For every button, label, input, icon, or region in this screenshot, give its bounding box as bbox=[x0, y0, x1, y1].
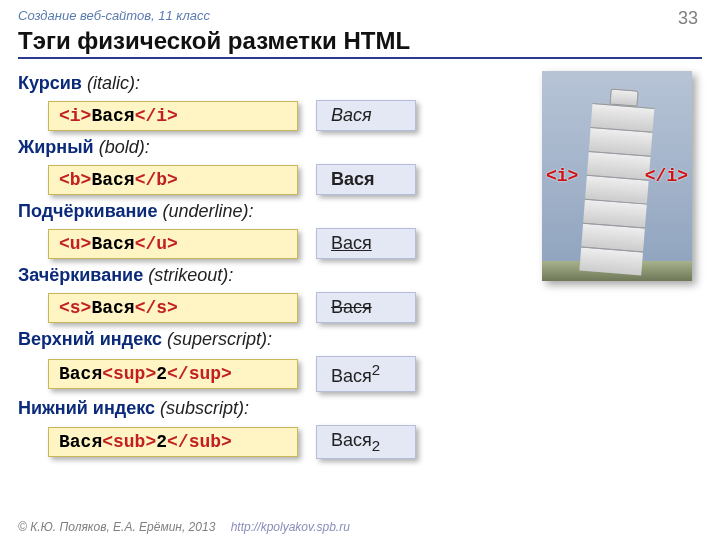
section-label-en: (italic): bbox=[82, 73, 140, 93]
code-close-tag: </b> bbox=[135, 170, 178, 190]
code-open-tag: <sub> bbox=[102, 432, 156, 452]
code-box: <s>Вася</s> bbox=[48, 293, 298, 323]
example-row: <i>Вася</i>Вася bbox=[48, 100, 532, 131]
code-close-tag: </s> bbox=[135, 298, 178, 318]
code-box: <b>Вася</b> bbox=[48, 165, 298, 195]
result-box: Вася2 bbox=[316, 356, 416, 392]
code-open-tag: <s> bbox=[59, 298, 91, 318]
slide: Создание веб-сайтов, 11 класс 33 Тэги фи… bbox=[0, 0, 720, 540]
content: Курсив (italic):<i>Вася</i>ВасяЖирный (b… bbox=[18, 67, 702, 459]
section-label-ru: Зачёркивание bbox=[18, 265, 143, 285]
example-row: <s>Вася</s>Вася bbox=[48, 292, 532, 323]
example-row: Вася<sub>2</sub>Вася2 bbox=[48, 425, 532, 459]
page-number: 33 bbox=[678, 8, 698, 29]
section-label-ru: Курсив bbox=[18, 73, 82, 93]
code-box: <u>Вася</u> bbox=[48, 229, 298, 259]
slide-title: Тэги физической разметки HTML bbox=[18, 27, 702, 59]
image-open-tag: <i> bbox=[546, 166, 578, 186]
image-column: <i> </i> bbox=[532, 67, 702, 459]
section-label: Верхний индекс (superscript): bbox=[18, 329, 532, 350]
result-box: Вася bbox=[316, 164, 416, 195]
section-label: Жирный (bold): bbox=[18, 137, 532, 158]
section-label-en: (superscript): bbox=[162, 329, 272, 349]
example-row: <u>Вася</u>Вася bbox=[48, 228, 532, 259]
pisa-tower-image: <i> </i> bbox=[542, 71, 692, 281]
section-label: Подчёркивание (underline): bbox=[18, 201, 532, 222]
examples-column: Курсив (italic):<i>Вася</i>ВасяЖирный (b… bbox=[18, 67, 532, 459]
code-close-tag: </i> bbox=[135, 106, 178, 126]
code-open-tag: <u> bbox=[59, 234, 91, 254]
code-close-tag: </sub> bbox=[167, 432, 232, 452]
section-label-ru: Подчёркивание bbox=[18, 201, 157, 221]
course-label: Создание веб-сайтов, 11 класс bbox=[18, 8, 702, 23]
code-box: <i>Вася</i> bbox=[48, 101, 298, 131]
code-close-tag: </sup> bbox=[167, 364, 232, 384]
code-open-tag: <b> bbox=[59, 170, 91, 190]
copyright: © К.Ю. Поляков, Е.А. Ерёмин, 2013 bbox=[18, 520, 215, 534]
footer: © К.Ю. Поляков, Е.А. Ерёмин, 2013 http:/… bbox=[18, 520, 350, 534]
section-label: Курсив (italic): bbox=[18, 73, 532, 94]
code-open-tag: <sup> bbox=[102, 364, 156, 384]
example-row: Вася<sup>2</sup>Вася2 bbox=[48, 356, 532, 392]
section-label: Нижний индекс (subscript): bbox=[18, 398, 532, 419]
section-label-en: (strikeout): bbox=[143, 265, 233, 285]
result-box: Вася bbox=[316, 100, 416, 131]
code-open-tag: <i> bbox=[59, 106, 91, 126]
section-label-en: (underline): bbox=[157, 201, 253, 221]
footer-url: http://kpolyakov.spb.ru bbox=[231, 520, 350, 534]
section-label: Зачёркивание (strikeout): bbox=[18, 265, 532, 286]
example-row: <b>Вася</b>Вася bbox=[48, 164, 532, 195]
result-box: Вася2 bbox=[316, 425, 416, 459]
code-box: Вася<sub>2</sub> bbox=[48, 427, 298, 457]
section-label-en: (subscript): bbox=[155, 398, 249, 418]
code-close-tag: </u> bbox=[135, 234, 178, 254]
image-close-tag: </i> bbox=[645, 166, 688, 186]
result-box: Вася bbox=[316, 228, 416, 259]
section-label-ru: Жирный bbox=[18, 137, 94, 157]
section-label-en: (bold): bbox=[94, 137, 150, 157]
section-label-ru: Нижний индекс bbox=[18, 398, 155, 418]
code-box: Вася<sup>2</sup> bbox=[48, 359, 298, 389]
result-box: Вася bbox=[316, 292, 416, 323]
section-label-ru: Верхний индекс bbox=[18, 329, 162, 349]
